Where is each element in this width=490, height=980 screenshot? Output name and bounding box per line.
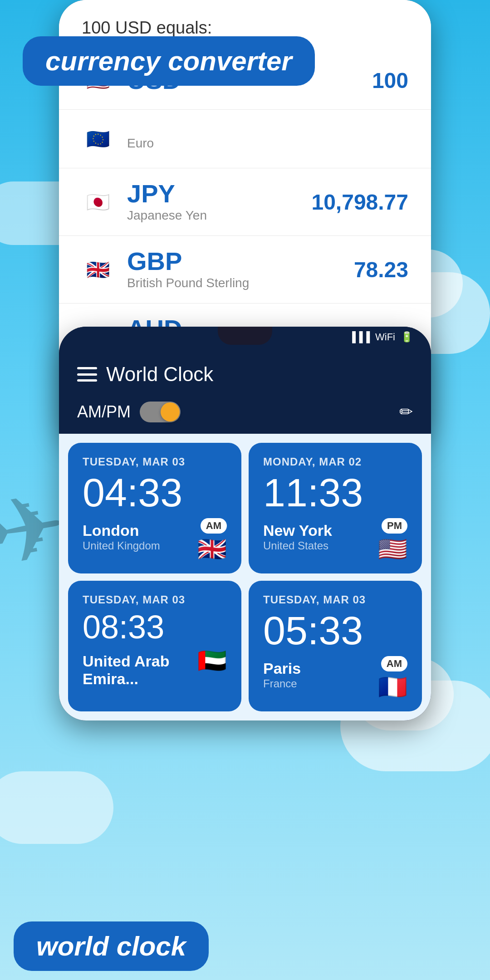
currency-value-jpy: 10,798.77 [311,190,408,215]
clock-card-newyork[interactable]: MONDAY, MAR 02 11:33 New York United Sta… [249,443,422,573]
currency-code-jpy: JPY [127,181,311,206]
currency-name-jpy: Japanese Yen [127,208,311,223]
flag-jpy: 🇯🇵 [82,186,114,218]
newyork-ampm: PM [382,518,407,534]
paris-ampm: AM [381,656,407,671]
currency-info-jpy: JPY Japanese Yen [127,181,311,223]
hamburger-line-1 [77,367,97,369]
edit-button[interactable]: ✏ [399,402,413,421]
hamburger-line-3 [77,379,97,382]
currency-item-gbp[interactable]: 🇬🇧 GBP British Pound Sterling 78.23 [59,236,431,304]
clock-app-header: World Clock [59,354,431,395]
london-city: London [83,522,160,539]
world-clock-badge: world clock [14,921,209,971]
paris-flag: 🇫🇷 [378,675,407,699]
currency-code-eur [127,127,408,134]
paris-date: TUESDAY, MAR 03 [263,593,407,606]
clock-grid: TUESDAY, MAR 03 04:33 London United King… [59,434,431,720]
camera-notch [218,327,272,345]
newyork-time: 11:33 [263,473,407,513]
clock-card-paris[interactable]: TUESDAY, MAR 03 05:33 Paris France AM 🇫🇷 [249,581,422,711]
toggle-knob [161,402,180,421]
currency-info-gbp: GBP British Pound Sterling [127,249,354,290]
london-ampm: AM [201,518,227,534]
pencil-icon: ✏ [399,402,413,421]
app-title: World Clock [106,363,413,386]
phone-notch-bar: ▐▐▐ WiFi 🔋 [59,327,431,354]
paris-country: France [263,677,301,690]
london-flag: 🇬🇧 [197,537,227,561]
status-bar: ▐▐▐ WiFi 🔋 [348,331,413,343]
ampm-toggle-row: AM/PM ✏ [59,395,431,434]
currency-info-eur: Euro [127,127,408,151]
ampm-toggle[interactable] [140,402,181,422]
newyork-country: United States [263,539,332,552]
flag-gbp: 🇬🇧 [82,253,114,286]
newyork-city: New York [263,522,332,539]
hamburger-line-2 [77,373,97,376]
clock-card-uae[interactable]: TUESDAY, MAR 03 08:33 United Arab Emira.… [68,581,241,711]
currency-equals-text: 100 USD equals: [82,18,408,38]
currency-converter-badge: currency converter [23,36,315,86]
uae-flag: 🇦🇪 [197,649,227,672]
currency-code-gbp: GBP [127,249,354,274]
london-time: 04:33 [83,473,227,513]
currency-item-jpy[interactable]: 🇯🇵 JPY Japanese Yen 10,798.77 [59,168,431,236]
paris-time: 05:33 [263,611,407,651]
uae-city: United Arab Emira... [83,652,197,688]
london-date: TUESDAY, MAR 03 [83,456,227,468]
uae-time: 08:33 [83,611,227,643]
newyork-date: MONDAY, MAR 02 [263,456,407,468]
hamburger-menu-button[interactable] [77,367,97,382]
world-clock-phone: ▐▐▐ WiFi 🔋 World Clock AM/PM ✏ TUESDAY, … [59,327,431,720]
currency-value-gbp: 78.23 [354,257,408,282]
newyork-flag: 🇺🇸 [378,537,407,561]
currency-value-usd: 100 [372,68,408,93]
currency-converter-label: currency converter [45,46,292,76]
paris-city: Paris [263,660,301,677]
flag-eur: 🇪🇺 [82,122,114,155]
currency-name-gbp: British Pound Sterling [127,276,354,290]
uae-date: TUESDAY, MAR 03 [83,593,227,606]
world-clock-label: world clock [36,931,186,961]
currency-item-eur[interactable]: 🇪🇺 Euro [59,110,431,168]
currency-name-eur: Euro [127,136,408,151]
ampm-label: AM/PM [77,402,131,421]
clock-card-london[interactable]: TUESDAY, MAR 03 04:33 London United King… [68,443,241,573]
london-country: United Kingdom [83,539,160,552]
